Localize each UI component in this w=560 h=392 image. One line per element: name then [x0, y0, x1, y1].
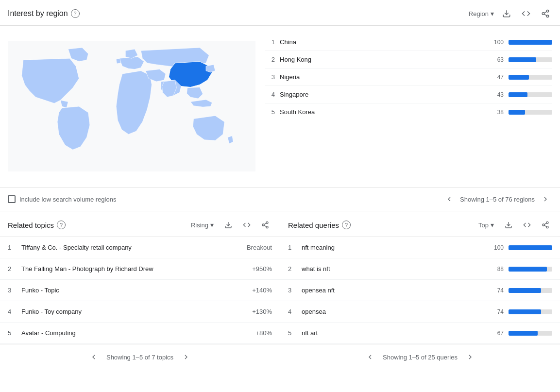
topic-label[interactable]: Avatar - Computing [21, 329, 251, 337]
topics-download-button[interactable] [221, 218, 235, 232]
help-icon[interactable]: ? [71, 9, 80, 18]
queries-download-button[interactable] [502, 218, 515, 232]
ranking-row-5: 5 South Korea 38 [265, 103, 552, 120]
topic-value: Breakout [247, 244, 272, 251]
related-topics-header: Related topics ? Rising [0, 211, 280, 237]
topics-embed-button[interactable] [240, 218, 254, 232]
topic-row-3: 3 Funko - Topic +140% [0, 280, 280, 301]
topic-row-1: 1 Tiffany & Co. - Specialty retail compa… [0, 237, 280, 258]
related-topics-title: Related topics [8, 221, 54, 229]
region-next-button[interactable] [539, 192, 552, 206]
bottom-columns: Related topics ? Rising [0, 211, 560, 370]
query-bar-container [509, 331, 552, 336]
interest-by-region-title: Interest by region [8, 9, 68, 18]
list-number: 4 [288, 308, 297, 315]
rank-country: Nigeria [280, 73, 484, 81]
topics-share-button[interactable] [258, 218, 272, 232]
related-queries-title-group: Related queries ? [288, 221, 351, 229]
svg-line-17 [544, 225, 547, 227]
query-row-3: 3 opensea nft 74 [280, 280, 560, 301]
rank-bar-container [509, 40, 552, 45]
svg-point-2 [542, 13, 544, 15]
rank-bar-container [509, 57, 552, 62]
query-score: 74 [489, 287, 504, 294]
list-number: 1 [8, 244, 17, 251]
topic-label[interactable]: Tiffany & Co. - Specialty retail company [21, 244, 242, 251]
query-bar-fill [509, 267, 547, 272]
related-queries-header: Related queries ? Top [280, 211, 560, 237]
topics-footer: Showing 1–5 of 7 topics [0, 344, 280, 370]
queries-embed-button[interactable] [520, 218, 534, 232]
list-number: 2 [288, 265, 297, 273]
rank-number: 1 [265, 38, 275, 46]
list-number: 5 [288, 329, 297, 337]
rank-score: 100 [489, 39, 504, 46]
low-volume-left: Include low search volume regions [8, 195, 116, 203]
interest-by-region-header: Interest by region ? Region [0, 0, 560, 26]
rank-number: 2 [265, 56, 275, 63]
query-label[interactable]: opensea nft [302, 287, 484, 294]
related-topics-controls: Rising [188, 218, 272, 232]
rank-bar-container [509, 110, 552, 115]
topics-showing-text: Showing 1–5 of 7 topics [106, 354, 173, 361]
ranking-row-2: 2 Hong Kong 63 [265, 51, 552, 68]
topics-filter-dropdown[interactable]: Rising [188, 219, 217, 231]
queries-prev-button[interactable] [363, 350, 377, 364]
rank-country: Hong Kong [280, 56, 484, 63]
query-bar-container [509, 245, 552, 250]
query-label[interactable]: what is nft [302, 265, 484, 273]
topic-label[interactable]: The Falling Man - Photograph by Richard … [21, 265, 247, 273]
map-rankings-section: 1 China 100 2 Hong Kong 63 3 Nigeria 47 … [0, 26, 560, 187]
queries-share-button[interactable] [539, 218, 552, 232]
topic-row-2: 2 The Falling Man - Photograph by Richar… [0, 258, 280, 280]
topic-row-5: 5 Avatar - Computing +80% [0, 323, 280, 344]
low-volume-checkbox[interactable] [8, 195, 16, 203]
pagination-region: Showing 1–5 of 76 regions [442, 192, 552, 206]
query-row-1: 1 nft meaning 100 [280, 237, 560, 258]
svg-line-18 [544, 223, 547, 224]
svg-point-9 [262, 224, 264, 226]
query-row-4: 4 opensea 74 [280, 301, 560, 323]
map-svg [8, 34, 255, 179]
query-label[interactable]: nft meaning [302, 244, 484, 251]
topics-next-button[interactable] [179, 350, 193, 364]
rank-bar-fill [509, 40, 552, 45]
download-button[interactable] [500, 7, 513, 20]
svg-line-4 [544, 14, 546, 16]
related-topics-title-group: Related topics ? [8, 221, 66, 229]
topic-label[interactable]: Funko - Toy company [21, 308, 247, 315]
topic-value: +950% [252, 265, 272, 273]
queries-filter-dropdown[interactable]: Top [475, 219, 497, 231]
queries-filter-chevron-icon [491, 221, 494, 229]
rank-bar-fill [509, 57, 536, 62]
svg-point-10 [266, 226, 268, 228]
world-map[interactable] [8, 34, 255, 179]
embed-button[interactable] [519, 7, 533, 20]
queries-next-button[interactable] [463, 350, 477, 364]
rank-score: 63 [489, 56, 504, 63]
svg-point-1 [546, 10, 549, 13]
query-label[interactable]: nft art [302, 329, 484, 337]
low-volume-row: Include low search volume regions Showin… [0, 187, 560, 211]
rank-number: 5 [265, 108, 275, 116]
svg-point-3 [546, 15, 549, 17]
rank-score: 43 [489, 91, 504, 98]
rankings-list: 1 China 100 2 Hong Kong 63 3 Nigeria 47 … [265, 34, 552, 120]
share-button[interactable] [539, 7, 552, 20]
rank-bar-fill [509, 75, 529, 80]
region-chevron-icon [491, 10, 494, 17]
rank-country: Singapore [280, 91, 484, 98]
region-prev-button[interactable] [442, 192, 456, 206]
query-label[interactable]: opensea [302, 308, 484, 315]
topics-prev-button[interactable] [87, 350, 101, 364]
queries-filter-label: Top [478, 222, 489, 229]
topic-label[interactable]: Funko - Topic [21, 287, 247, 294]
topic-value: +130% [252, 308, 272, 315]
region-label: Region [469, 10, 489, 17]
rank-number: 3 [265, 73, 275, 81]
region-dropdown[interactable]: Region [469, 10, 494, 17]
related-queries-help-icon[interactable]: ? [342, 221, 351, 229]
query-bar-fill [509, 331, 538, 336]
related-topics-help-icon[interactable]: ? [57, 221, 66, 229]
query-row-5: 5 nft art 67 [280, 323, 560, 344]
